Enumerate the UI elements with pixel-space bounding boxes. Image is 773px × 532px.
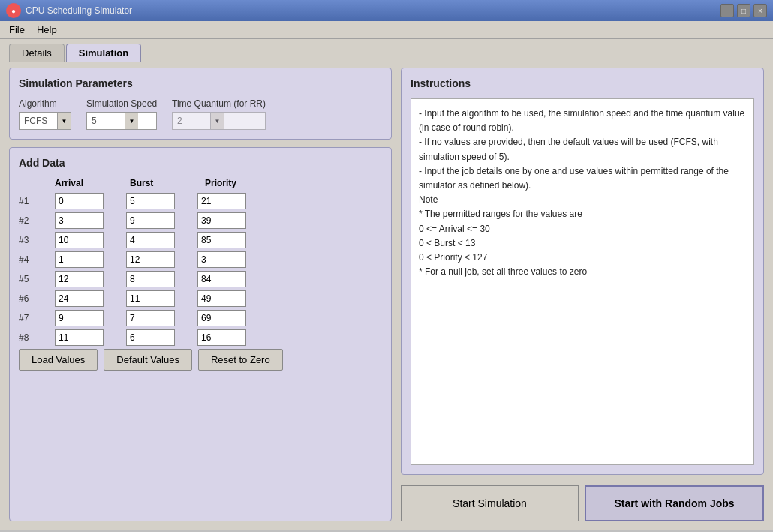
algorithm-label: Algorithm (19, 98, 71, 109)
instructions-panel: Instructions - Input the algorithm to be… (401, 68, 764, 475)
quantum-label: Time Quantum (for RR) (172, 98, 266, 109)
arrival-input-7[interactable] (55, 310, 104, 326)
arrival-input-2[interactable] (55, 212, 104, 229)
add-data-title: Add Data (19, 157, 382, 169)
simulation-buttons: Start Simulation Start with Random Jobs (401, 485, 764, 521)
help-menu[interactable]: Help (31, 23, 63, 37)
table-row: #2 (19, 212, 382, 229)
speed-label: Simulation Speed (86, 98, 157, 109)
speed-value: 5 (87, 113, 125, 129)
burst-input-7[interactable] (126, 310, 175, 326)
simulation-params-panel: Simulation Parameters Algorithm FCFS ▼ S… (9, 68, 392, 140)
params-title: Simulation Parameters (19, 77, 382, 89)
table-row: #1 (19, 193, 382, 209)
priority-input-6[interactable] (197, 290, 246, 307)
bottom-buttons: Load Values Default Values Reset to Zero (19, 349, 382, 371)
maximize-button[interactable]: □ (737, 4, 750, 17)
priority-input-5[interactable] (197, 271, 246, 287)
algorithm-group: Algorithm FCFS ▼ (19, 98, 71, 130)
file-menu[interactable]: File (3, 23, 31, 37)
priority-input-4[interactable] (197, 251, 246, 268)
close-button[interactable]: × (753, 4, 767, 17)
priority-input-8[interactable] (197, 329, 246, 346)
menubar: File Help (0, 21, 773, 39)
start-random-button[interactable]: Start with Random Jobs (585, 485, 764, 521)
algorithm-arrow[interactable]: ▼ (57, 113, 71, 129)
instructions-title: Instructions (411, 77, 754, 89)
priority-input-1[interactable] (197, 193, 246, 209)
row-label-5: #5 (19, 274, 55, 284)
main-content: Simulation Parameters Algorithm FCFS ▼ S… (0, 62, 773, 530)
left-panel: Simulation Parameters Algorithm FCFS ▼ S… (9, 68, 392, 521)
arrival-input-4[interactable] (55, 251, 104, 268)
burst-input-4[interactable] (126, 251, 175, 268)
title-bar-left: ● CPU Scheduling Simulator (6, 3, 132, 18)
arrival-input-8[interactable] (55, 329, 104, 346)
table-row: #4 (19, 251, 382, 268)
algorithm-value: FCFS (20, 113, 57, 129)
col-header-burst: Burst (130, 178, 205, 188)
col-header-arrival: Arrival (55, 178, 130, 188)
burst-input-2[interactable] (126, 212, 175, 229)
row-label-4: #4 (19, 254, 55, 265)
reset-to-zero-button[interactable]: Reset to Zero (198, 349, 283, 371)
table-row: #6 (19, 290, 382, 307)
burst-input-6[interactable] (126, 290, 175, 307)
load-values-button[interactable]: Load Values (19, 349, 98, 371)
table-row: #7 (19, 310, 382, 326)
title-bar: ● CPU Scheduling Simulator − □ × (0, 0, 773, 21)
table-row: #8 (19, 329, 382, 346)
quantum-dropdown[interactable]: 2 ▼ (172, 112, 266, 130)
table-rows: #1 #2 #3 #4 #5 #6 (19, 193, 382, 346)
right-panel: Instructions - Input the algorithm to be… (401, 68, 764, 521)
arrival-input-3[interactable] (55, 232, 104, 248)
add-data-panel: Add Data Arrival Burst Priority #1 #2 #3 (9, 147, 392, 521)
tab-details[interactable]: Details (9, 44, 65, 62)
priority-input-7[interactable] (197, 310, 246, 326)
default-values-button[interactable]: Default Values (104, 349, 192, 371)
data-table: Arrival Burst Priority #1 #2 #3 #4 (19, 178, 382, 346)
table-row: #5 (19, 271, 382, 287)
tabs-bar: Details Simulation (0, 39, 773, 62)
burst-input-3[interactable] (126, 232, 175, 248)
instructions-text: - Input the algorithm to be used, the si… (411, 98, 754, 465)
speed-dropdown[interactable]: 5 ▼ (86, 112, 157, 130)
title-bar-controls: − □ × (720, 4, 767, 17)
burst-input-1[interactable] (126, 193, 175, 209)
speed-group: Simulation Speed 5 ▼ (86, 98, 157, 130)
speed-arrow[interactable]: ▼ (125, 113, 138, 129)
row-label-2: #2 (19, 215, 55, 226)
app-icon: ● (6, 3, 21, 18)
row-label-7: #7 (19, 313, 55, 323)
quantum-value: 2 (173, 113, 210, 129)
quantum-arrow[interactable]: ▼ (210, 113, 224, 129)
start-simulation-button[interactable]: Start Simulation (401, 485, 579, 521)
burst-input-5[interactable] (126, 271, 175, 287)
table-header: Arrival Burst Priority (55, 178, 382, 193)
burst-input-8[interactable] (126, 329, 175, 346)
row-label-8: #8 (19, 332, 55, 343)
minimize-button[interactable]: − (720, 4, 734, 17)
params-row: Algorithm FCFS ▼ Simulation Speed 5 ▼ Ti… (19, 98, 382, 130)
priority-input-2[interactable] (197, 212, 246, 229)
priority-input-3[interactable] (197, 232, 246, 248)
window-title: CPU Scheduling Simulator (26, 5, 132, 16)
arrival-input-5[interactable] (55, 271, 104, 287)
arrival-input-6[interactable] (55, 290, 104, 307)
algorithm-dropdown[interactable]: FCFS ▼ (19, 112, 71, 130)
quantum-group: Time Quantum (for RR) 2 ▼ (172, 98, 266, 130)
row-label-3: #3 (19, 235, 55, 245)
col-header-priority: Priority (205, 178, 280, 188)
arrival-input-1[interactable] (55, 193, 104, 209)
table-row: #3 (19, 232, 382, 248)
row-label-6: #6 (19, 293, 55, 304)
tab-simulation[interactable]: Simulation (66, 44, 141, 62)
row-label-1: #1 (19, 196, 55, 206)
